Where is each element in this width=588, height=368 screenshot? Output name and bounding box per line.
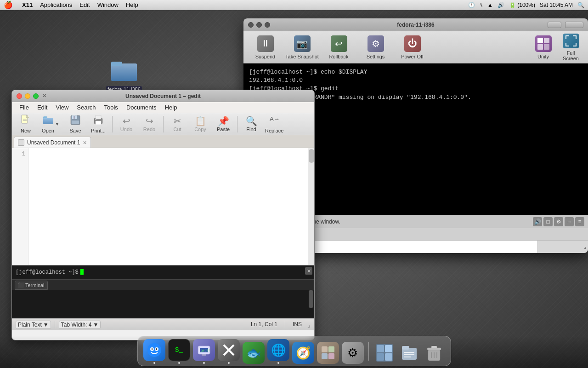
worldclock-icon[interactable]: 🌐	[267, 339, 289, 361]
gedit-find-btn[interactable]: 🔍 Find	[240, 115, 262, 134]
gedit-menu-view[interactable]: View	[52, 103, 72, 112]
gedit-menu-documents[interactable]: Documents	[123, 103, 160, 112]
gedit-text-area[interactable]	[28, 148, 308, 265]
svg-rect-44	[322, 353, 328, 359]
vbox-status-icon-3[interactable]: ⚙	[554, 217, 563, 226]
fullscreen-icon	[563, 34, 579, 48]
dock-item-finder[interactable]	[143, 339, 165, 364]
vbox-settings-btn[interactable]: ⚙ Settings	[358, 34, 393, 61]
menubar-edit[interactable]: Edit	[76, 0, 93, 10]
menubar-applications[interactable]: Applications	[36, 0, 76, 10]
sysprefs-icon[interactable]: ⚙	[342, 342, 364, 364]
gedit-menu-file[interactable]: File	[16, 103, 33, 112]
gedit-menu-tools[interactable]: Tools	[101, 103, 122, 112]
dock-item-goldenfish[interactable]: 🐟	[243, 342, 265, 364]
vbox-status-icon-5[interactable]: ≡	[575, 217, 584, 226]
gedit-close-btn[interactable]	[17, 93, 22, 99]
gedit-menu-edit[interactable]: Edit	[34, 103, 51, 112]
mosaic-icon[interactable]	[317, 342, 339, 364]
terminal-dot	[178, 362, 180, 364]
x11-icon[interactable]	[218, 339, 240, 361]
menubar-help[interactable]: Help	[122, 0, 142, 10]
gedit-copy-btn[interactable]: 📋 Copy	[189, 115, 211, 134]
spotlight-icon[interactable]: 🔍	[577, 2, 584, 8]
gedit-new-label: New	[21, 128, 31, 133]
finder-icon[interactable]	[143, 339, 165, 361]
terminal-tab-icon: ⬛	[18, 282, 23, 288]
gedit-undo-btn[interactable]: ↩ Undo	[115, 115, 137, 134]
gedit-terminal-close-btn[interactable]: ✕	[305, 267, 312, 275]
svg-rect-27	[96, 115, 101, 119]
vbox-maximize-btn[interactable]	[265, 22, 270, 28]
gedit-term-scroll-handle[interactable]	[309, 290, 313, 308]
desktop-folder[interactable]: fedora-11-i386	[106, 60, 142, 93]
menubar-window[interactable]: Window	[94, 0, 122, 10]
dock-item-worldclock[interactable]: 🌐	[267, 339, 289, 364]
dock-item-sysprefs[interactable]: ⚙	[342, 342, 364, 364]
gedit-minimize-btn[interactable]	[25, 93, 30, 99]
vbox-close-btn[interactable]	[248, 22, 254, 28]
battery-icon[interactable]: 🔋 (100%)	[509, 2, 535, 8]
dock-item-docs[interactable]	[398, 342, 420, 364]
gedit-scrollbar[interactable]	[308, 148, 314, 265]
dock-item-downloads[interactable]	[373, 342, 396, 364]
wifi-icon[interactable]: ▲	[487, 2, 493, 8]
vbox-terminal-line-1: [jeff@localhost ~]$ echo $DISPLAY	[249, 68, 582, 76]
trash-icon[interactable]	[423, 342, 445, 364]
gedit-plain-text-dropdown[interactable]: Plain Text ▼	[16, 321, 51, 329]
gedit-tab-1[interactable]: Unsaved Document 1 ×	[14, 137, 91, 148]
gedit-replace-btn[interactable]: A→B Replace	[263, 115, 285, 134]
vbox-snapshot-btn[interactable]: 📷 Take Snapshot	[285, 34, 319, 61]
gedit-menu-search[interactable]: Search	[73, 103, 99, 112]
gedit-tab-close[interactable]: ×	[83, 139, 86, 146]
dock-item-safari[interactable]: 🧭	[292, 342, 314, 364]
gedit-terminal-tab[interactable]: ⬛ Terminal	[15, 281, 48, 290]
vbox-fullscreen-btn[interactable]: Full Screen	[558, 34, 583, 61]
gedit-new-btn[interactable]: New	[15, 115, 37, 134]
vbox-resize-icon[interactable]: ⌟	[584, 244, 586, 250]
dock-item-virtualbox[interactable]: gedit	[193, 339, 215, 364]
gedit-scroll-handle[interactable]	[309, 149, 314, 163]
gedit-cut-btn[interactable]: ✂ Cut	[166, 115, 188, 134]
vbox-status-icon-2[interactable]: □	[543, 217, 553, 226]
vbox-unity-btn[interactable]: Unity	[531, 34, 556, 61]
vbox-terminal-line-2: 192.168.4.1:0.0	[249, 76, 582, 85]
vbox-status-icon-1[interactable]: 🔊	[533, 217, 542, 226]
gedit-tab-width-arrow: ▼	[93, 322, 98, 328]
gedit-print-btn[interactable]: Print...	[87, 115, 109, 134]
gedit-maximize-btn[interactable]	[33, 93, 39, 99]
gedit-terminal-content[interactable]: [jeff@localhost ~]$█	[12, 265, 314, 279]
gedit-paste-btn[interactable]: 📌 Paste	[212, 115, 234, 134]
docs-icon[interactable]	[398, 342, 420, 364]
rollback-icon: ↩	[331, 35, 347, 52]
sound-icon[interactable]: 🔊	[498, 2, 504, 8]
vbox-rollback-btn[interactable]: ↩ Rollback	[322, 34, 356, 61]
time-machine-icon[interactable]: 🕐	[468, 2, 475, 8]
menubar-x11[interactable]: X11	[18, 0, 36, 10]
svg-rect-28	[96, 121, 101, 125]
gedit-menu-help[interactable]: Help	[161, 103, 181, 112]
svg-rect-29	[95, 119, 96, 120]
bluetooth-icon[interactable]: ⑊	[480, 2, 483, 8]
apple-menu[interactable]: 🍎	[4, 0, 13, 9]
gedit-save-btn[interactable]: Save	[64, 115, 86, 134]
open-dropdown-arrow[interactable]: ▼	[55, 122, 59, 126]
vbox-power-btn[interactable]: ⏻ Power Off	[395, 34, 430, 61]
dock-item-trash[interactable]	[423, 342, 445, 364]
dock-item-terminal[interactable]: $_	[168, 339, 190, 364]
vbox-status-icon-4[interactable]: ↔	[565, 217, 574, 226]
terminal-icon[interactable]: $_	[168, 339, 190, 361]
downloads-icon[interactable]	[373, 342, 396, 364]
goldenfish-icon[interactable]: 🐟	[243, 342, 265, 364]
dock-item-mosaic[interactable]	[317, 342, 339, 364]
dock-item-x11[interactable]	[218, 339, 240, 364]
virtualbox-icon[interactable]: gedit	[193, 339, 215, 361]
gedit-resize-handle[interactable]: ⌟	[307, 321, 311, 328]
svg-rect-6	[544, 44, 549, 50]
safari-icon[interactable]: 🧭	[292, 342, 314, 364]
gedit-tab-width-dropdown[interactable]: Tab Width: 4 ▼	[59, 321, 101, 329]
gedit-open-btn[interactable]: Open ▼	[38, 115, 63, 134]
vbox-minimize-btn[interactable]	[256, 22, 262, 28]
gedit-redo-btn[interactable]: ↪ Redo	[138, 115, 160, 134]
vbox-suspend-btn[interactable]: ⏸ Suspend	[248, 34, 283, 61]
